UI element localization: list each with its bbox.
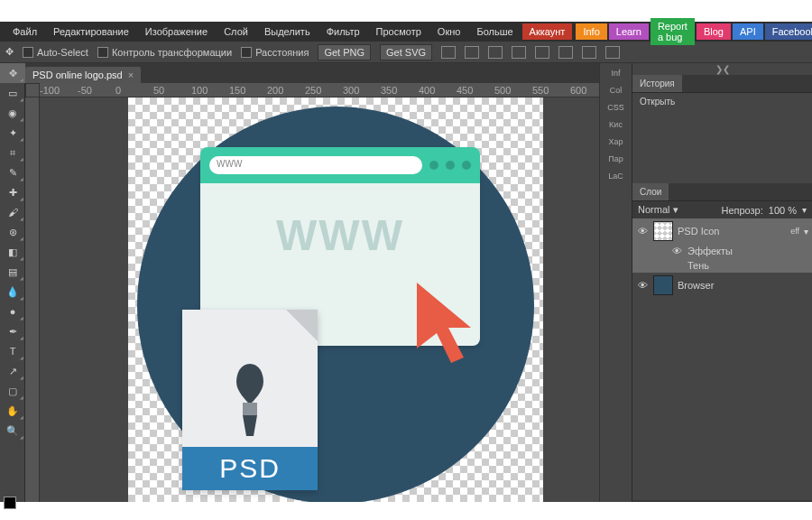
align-icon-2[interactable] [465, 46, 479, 59]
menu-layer[interactable]: Слой [217, 23, 255, 40]
link-facebook[interactable]: Facebook [765, 23, 812, 40]
visibility-icon[interactable]: 👁 [672, 246, 682, 256]
panel-tab-info[interactable]: Inf [611, 69, 620, 78]
link-info[interactable]: Info [576, 23, 606, 40]
menu-image[interactable]: Изображение [138, 23, 215, 40]
layers-tab[interactable]: Слои [632, 183, 669, 200]
rect-tool[interactable]: ▢◢ [0, 381, 25, 401]
psd-file-graphic: PSD [182, 310, 318, 490]
link-api[interactable]: API [733, 23, 763, 40]
layer-thumbnail [653, 221, 673, 241]
visibility-icon[interactable]: 👁 [636, 226, 649, 237]
text-tool[interactable]: T◢ [0, 341, 25, 361]
align-icon-1[interactable] [441, 46, 456, 59]
blur-tool[interactable]: 💧◢ [0, 282, 25, 302]
account-button[interactable]: Аккаунт [522, 23, 573, 40]
ruler-horizontal: -100-50050100150200250300350400450500550… [40, 83, 599, 98]
psd-band: PSD [182, 447, 318, 490]
align-icon-8[interactable] [605, 46, 620, 59]
link-learn[interactable]: Learn [609, 23, 649, 40]
align-icon-7[interactable] [582, 46, 596, 59]
panel-tab-brush[interactable]: Кис [609, 120, 623, 129]
ruler-vertical [25, 98, 40, 520]
layer-effects-row[interactable]: 👁 Эффекты [632, 244, 812, 258]
www-text: WWW [200, 210, 480, 260]
panel-tab-color[interactable]: Col [610, 86, 623, 95]
opacity-value[interactable]: 100 % [769, 205, 797, 216]
menu-window[interactable]: Окно [430, 23, 468, 40]
window-dot-icon [429, 161, 438, 170]
lasso-tool[interactable]: ◉◢ [0, 103, 25, 123]
layer-row[interactable]: 👁 Browser [632, 273, 812, 298]
layers-panel-header: Слои [632, 183, 812, 201]
layer-row[interactable]: 👁 PSD Icon eff▾ [632, 218, 812, 244]
artboard[interactable]: WWW WWW [128, 98, 543, 513]
align-icon-6[interactable] [558, 46, 573, 59]
tab-title: PSD online logo.psd [32, 70, 123, 80]
menu-view[interactable]: Просмотр [369, 23, 429, 40]
panel-tab-css[interactable]: CSS [607, 103, 624, 112]
eraser-tool[interactable]: ◧◢ [0, 242, 25, 262]
menu-select[interactable]: Выделить [257, 23, 318, 40]
layer-name: Browser [678, 280, 714, 291]
cursor-arrow-icon [408, 278, 489, 368]
eyedropper-tool[interactable]: ✎◢ [0, 162, 25, 182]
blend-mode-select[interactable]: Normal ▾ [638, 204, 715, 216]
transform-controls-checkbox[interactable]: Контроль трансформации [97, 47, 232, 58]
window-dot-icon [446, 161, 455, 170]
brush-tool[interactable]: 🖌◢ [0, 202, 25, 222]
history-panel-header: История [632, 75, 812, 93]
document-tabs: PSD online logo.psd × [25, 63, 599, 83]
menu-more[interactable]: Больше [469, 23, 520, 40]
history-panel: Открыть [632, 93, 812, 183]
layers-panel: 👁 PSD Icon eff▾ 👁 Эффекты 👁 Тень 👁 Brows… [632, 218, 812, 520]
layers-options: Normal ▾ Непрозр: 100 %▾ [632, 201, 812, 218]
link-blog[interactable]: Blog [697, 23, 731, 40]
clone-tool[interactable]: ⊛◢ [0, 222, 25, 242]
layer-eff-label: eff [790, 227, 799, 236]
path-tool[interactable]: ↗◢ [0, 361, 25, 381]
brush-icon [223, 359, 277, 441]
svg-marker-0 [417, 283, 471, 363]
panel-tab-lac[interactable]: LaC [608, 172, 623, 181]
layer-thumbnail [653, 275, 673, 295]
history-item[interactable]: Открыть [632, 93, 812, 110]
visibility-icon[interactable]: 👁 [636, 280, 649, 291]
menu-file[interactable]: Файл [5, 23, 44, 40]
opacity-label: Непрозр: [721, 205, 762, 216]
dodge-tool[interactable]: ●◢ [0, 302, 25, 321]
pen-tool[interactable]: ✒◢ [0, 321, 25, 341]
zoom-tool[interactable]: 🔍◢ [0, 421, 25, 441]
menu-bar: Файл Редактирование Изображение Слой Выд… [0, 22, 812, 42]
marquee-tool[interactable]: ▭◢ [0, 83, 25, 103]
canvas[interactable]: WWW WWW [40, 98, 599, 520]
heal-tool[interactable]: ✚◢ [0, 182, 25, 202]
wand-tool[interactable]: ✦◢ [0, 123, 25, 143]
move-tool[interactable]: ✥◢ [0, 63, 25, 83]
get-png-button[interactable]: Get PNG [318, 44, 371, 60]
history-tab[interactable]: История [632, 75, 682, 92]
align-icon-5[interactable] [535, 46, 549, 59]
panel-tab-para[interactable]: Пар [608, 154, 623, 163]
get-svg-button[interactable]: Get SVG [380, 44, 432, 60]
align-icon-3[interactable] [488, 46, 503, 59]
menu-filter[interactable]: Фильтр [319, 23, 367, 40]
close-tab-icon[interactable]: × [128, 70, 134, 80]
gradient-tool[interactable]: ▤◢ [0, 262, 25, 282]
move-tool-icon: ✥ [5, 46, 14, 58]
link-report[interactable]: Report a bug [651, 18, 695, 45]
document-tab[interactable]: PSD online logo.psd × [25, 67, 141, 83]
svg-rect-1 [243, 403, 257, 415]
distances-checkbox[interactable]: Расстояния [241, 47, 309, 58]
menu-edit[interactable]: Редактирование [46, 23, 136, 40]
crop-tool[interactable]: ⌗◢ [0, 143, 25, 162]
hand-tool[interactable]: ✋◢ [0, 401, 25, 421]
tool-palette: ✥◢ ▭◢ ◉◢ ✦◢ ⌗◢ ✎◢ ✚◢ 🖌◢ ⊛◢ ◧◢ ▤◢ 💧◢ ●◢ ✒… [0, 63, 25, 520]
align-icon-4[interactable] [512, 46, 526, 59]
collapse-panels-button[interactable]: ❯❮ [632, 63, 812, 75]
layer-shadow-row[interactable]: 👁 Тень [632, 258, 812, 273]
address-bar: WWW [209, 156, 422, 174]
auto-select-checkbox[interactable]: Auto-Select [23, 47, 88, 58]
ruler-corner [25, 83, 40, 98]
panel-tab-char[interactable]: Хар [608, 137, 623, 146]
